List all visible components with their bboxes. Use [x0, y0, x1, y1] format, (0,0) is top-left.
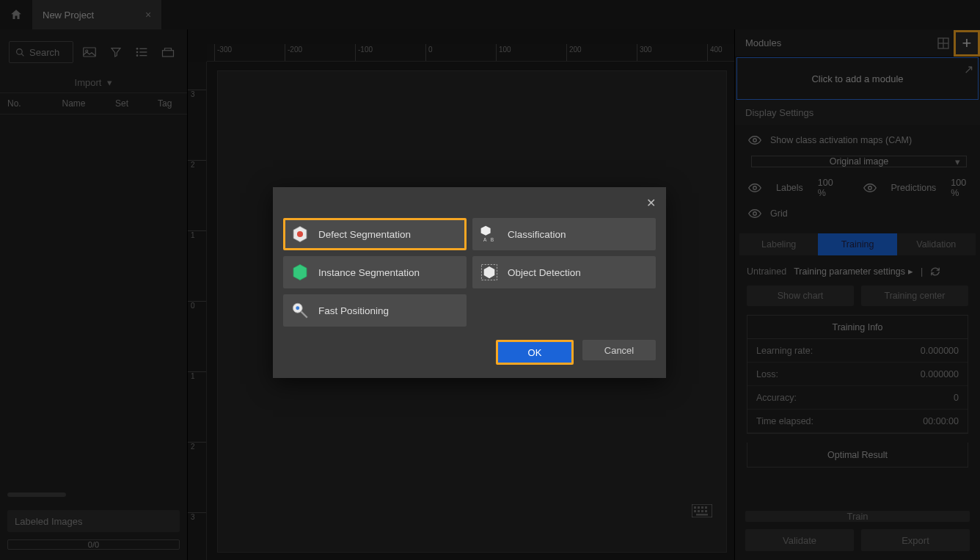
svg-marker-30 [481, 226, 491, 236]
option-label: Defect Segmentation [318, 229, 411, 240]
option-instance-segmentation[interactable]: Instance Segmentation [283, 256, 467, 288]
ok-button[interactable]: OK [496, 340, 574, 365]
instance-seg-icon [290, 263, 310, 282]
svg-point-37 [296, 306, 299, 310]
option-label: Instance Segmentation [318, 267, 420, 278]
option-fast-positioning[interactable]: Fast Positioning [283, 294, 467, 327]
object-detection-icon [480, 263, 499, 282]
option-defect-segmentation[interactable]: Defect Segmentation [283, 218, 467, 250]
svg-marker-35 [484, 266, 495, 278]
option-label: Classification [508, 229, 566, 240]
option-label: Fast Positioning [318, 305, 389, 316]
svg-text:A: A [483, 237, 487, 242]
option-object-detection[interactable]: Object Detection [472, 256, 656, 288]
svg-marker-33 [293, 264, 307, 280]
svg-point-29 [297, 231, 303, 237]
svg-line-38 [301, 312, 307, 318]
cancel-button[interactable]: Cancel [582, 340, 656, 360]
svg-text:B: B [491, 237, 494, 242]
close-icon[interactable]: ✕ [646, 196, 656, 210]
classification-icon: AB [480, 225, 499, 244]
fast-positioning-icon [290, 301, 310, 320]
option-label: Object Detection [508, 267, 581, 278]
option-classification[interactable]: AB Classification [472, 218, 656, 250]
defect-seg-icon [290, 225, 310, 244]
add-module-dialog: ✕ Defect Segmentation AB Classification … [273, 187, 666, 378]
